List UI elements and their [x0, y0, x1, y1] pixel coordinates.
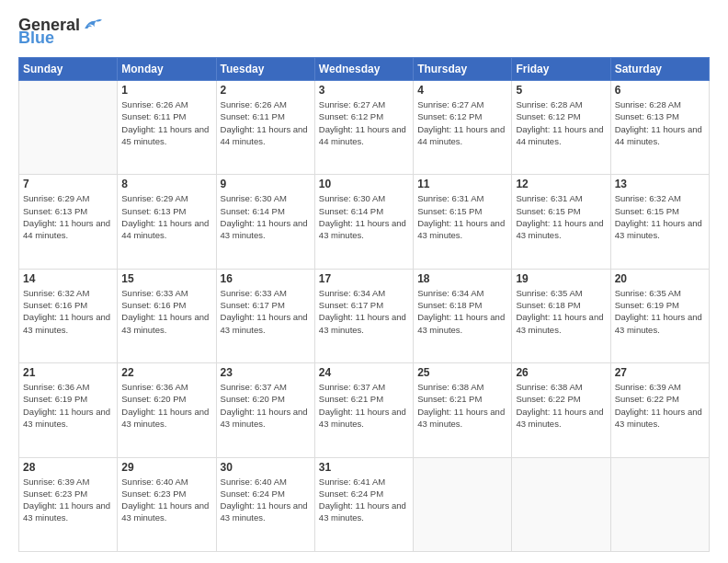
day-info: Sunrise: 6:29 AMSunset: 6:13 PMDaylight:… — [23, 192, 113, 241]
day-number: 19 — [516, 272, 606, 285]
calendar-cell: 25Sunrise: 6:38 AMSunset: 6:21 PMDayligh… — [414, 363, 512, 457]
calendar-cell: 6Sunrise: 6:28 AMSunset: 6:13 PMDaylight… — [610, 81, 709, 175]
day-number: 7 — [23, 178, 113, 190]
day-info: Sunrise: 6:31 AMSunset: 6:15 PMDaylight:… — [417, 192, 507, 241]
day-number: 14 — [23, 272, 113, 285]
calendar-cell: 20Sunrise: 6:35 AMSunset: 6:19 PMDayligh… — [610, 269, 709, 362]
calendar-cell: 26Sunrise: 6:38 AMSunset: 6:22 PMDayligh… — [512, 363, 610, 457]
logo-bird-icon — [82, 17, 102, 33]
day-number: 15 — [121, 272, 211, 285]
calendar-table: SundayMondayTuesdayWednesdayThursdayFrid… — [18, 57, 710, 552]
day-info: Sunrise: 6:34 AMSunset: 6:18 PMDaylight:… — [417, 287, 507, 336]
day-number: 10 — [319, 178, 409, 190]
day-info: Sunrise: 6:35 AMSunset: 6:19 PMDaylight:… — [615, 287, 705, 336]
day-info: Sunrise: 6:26 AMSunset: 6:11 PMDaylight:… — [121, 98, 211, 147]
calendar-cell: 16Sunrise: 6:33 AMSunset: 6:17 PMDayligh… — [216, 269, 314, 362]
calendar-cell: 29Sunrise: 6:40 AMSunset: 6:23 PMDayligh… — [118, 457, 216, 551]
day-number: 25 — [417, 366, 507, 379]
day-number: 27 — [615, 366, 705, 379]
calendar-cell: 31Sunrise: 6:41 AMSunset: 6:24 PMDayligh… — [314, 457, 413, 551]
day-number: 9 — [221, 178, 311, 190]
calendar-header-saturday: Saturday — [610, 58, 709, 81]
day-info: Sunrise: 6:27 AMSunset: 6:12 PMDaylight:… — [319, 98, 409, 147]
calendar-cell: 1Sunrise: 6:26 AMSunset: 6:11 PMDaylight… — [118, 81, 216, 175]
day-info: Sunrise: 6:37 AMSunset: 6:20 PMDaylight:… — [221, 381, 311, 430]
calendar-header-wednesday: Wednesday — [314, 58, 413, 81]
day-number: 4 — [417, 84, 507, 97]
day-number: 13 — [615, 178, 705, 190]
day-number: 6 — [615, 84, 705, 97]
day-info: Sunrise: 6:27 AMSunset: 6:12 PMDaylight:… — [417, 98, 507, 147]
calendar-cell: 10Sunrise: 6:30 AMSunset: 6:14 PMDayligh… — [314, 175, 413, 269]
calendar-cell: 24Sunrise: 6:37 AMSunset: 6:21 PMDayligh… — [314, 363, 413, 457]
calendar-header-thursday: Thursday — [414, 58, 512, 81]
calendar-cell: 22Sunrise: 6:36 AMSunset: 6:20 PMDayligh… — [118, 363, 216, 457]
day-number: 29 — [121, 461, 211, 474]
day-info: Sunrise: 6:28 AMSunset: 6:12 PMDaylight:… — [516, 98, 606, 147]
day-number: 16 — [221, 272, 311, 285]
day-info: Sunrise: 6:40 AMSunset: 6:23 PMDaylight:… — [121, 476, 211, 524]
day-info: Sunrise: 6:36 AMSunset: 6:20 PMDaylight:… — [121, 381, 211, 430]
day-info: Sunrise: 6:36 AMSunset: 6:19 PMDaylight:… — [23, 381, 113, 430]
day-info: Sunrise: 6:33 AMSunset: 6:17 PMDaylight:… — [221, 287, 311, 336]
calendar-cell: 3Sunrise: 6:27 AMSunset: 6:12 PMDaylight… — [314, 81, 413, 175]
calendar-header-friday: Friday — [512, 58, 610, 81]
day-number: 3 — [319, 84, 409, 97]
calendar-week-3: 14Sunrise: 6:32 AMSunset: 6:16 PMDayligh… — [19, 269, 710, 362]
calendar-cell: 7Sunrise: 6:29 AMSunset: 6:13 PMDaylight… — [19, 175, 118, 269]
calendar-week-5: 28Sunrise: 6:39 AMSunset: 6:23 PMDayligh… — [19, 457, 710, 551]
calendar-cell: 30Sunrise: 6:40 AMSunset: 6:24 PMDayligh… — [216, 457, 314, 551]
logo: General Blue — [18, 17, 102, 46]
calendar-cell: 27Sunrise: 6:39 AMSunset: 6:22 PMDayligh… — [610, 363, 709, 457]
calendar-cell: 23Sunrise: 6:37 AMSunset: 6:20 PMDayligh… — [216, 363, 314, 457]
calendar-cell — [19, 81, 118, 175]
day-info: Sunrise: 6:28 AMSunset: 6:13 PMDaylight:… — [615, 98, 705, 147]
day-number: 8 — [121, 178, 211, 190]
day-info: Sunrise: 6:35 AMSunset: 6:18 PMDaylight:… — [516, 287, 606, 336]
day-info: Sunrise: 6:30 AMSunset: 6:14 PMDaylight:… — [221, 192, 311, 241]
calendar-cell: 4Sunrise: 6:27 AMSunset: 6:12 PMDaylight… — [414, 81, 512, 175]
day-number: 21 — [23, 366, 113, 379]
day-info: Sunrise: 6:34 AMSunset: 6:17 PMDaylight:… — [319, 287, 409, 336]
day-info: Sunrise: 6:31 AMSunset: 6:15 PMDaylight:… — [516, 192, 606, 241]
day-info: Sunrise: 6:39 AMSunset: 6:22 PMDaylight:… — [615, 381, 705, 430]
calendar-week-1: 1Sunrise: 6:26 AMSunset: 6:11 PMDaylight… — [19, 81, 710, 175]
day-number: 24 — [319, 366, 409, 379]
day-number: 2 — [221, 84, 311, 97]
day-info: Sunrise: 6:38 AMSunset: 6:21 PMDaylight:… — [417, 381, 507, 430]
day-number: 5 — [516, 84, 606, 97]
day-info: Sunrise: 6:33 AMSunset: 6:16 PMDaylight:… — [121, 287, 211, 336]
calendar-cell — [414, 457, 512, 551]
calendar-cell: 8Sunrise: 6:29 AMSunset: 6:13 PMDaylight… — [118, 175, 216, 269]
calendar-cell: 15Sunrise: 6:33 AMSunset: 6:16 PMDayligh… — [118, 269, 216, 362]
day-info: Sunrise: 6:38 AMSunset: 6:22 PMDaylight:… — [516, 381, 606, 430]
day-number: 1 — [121, 84, 211, 97]
calendar-header-tuesday: Tuesday — [216, 58, 314, 81]
calendar-cell — [610, 457, 709, 551]
day-number: 20 — [615, 272, 705, 285]
calendar-cell: 17Sunrise: 6:34 AMSunset: 6:17 PMDayligh… — [314, 269, 413, 362]
day-info: Sunrise: 6:37 AMSunset: 6:21 PMDaylight:… — [319, 381, 409, 430]
day-number: 28 — [23, 461, 113, 474]
day-number: 18 — [417, 272, 507, 285]
day-number: 12 — [516, 178, 606, 190]
day-info: Sunrise: 6:26 AMSunset: 6:11 PMDaylight:… — [221, 98, 311, 147]
calendar-week-2: 7Sunrise: 6:29 AMSunset: 6:13 PMDaylight… — [19, 175, 710, 269]
day-number: 30 — [221, 461, 311, 474]
calendar-week-4: 21Sunrise: 6:36 AMSunset: 6:19 PMDayligh… — [19, 363, 710, 457]
calendar-cell: 9Sunrise: 6:30 AMSunset: 6:14 PMDaylight… — [216, 175, 314, 269]
calendar-cell — [512, 457, 610, 551]
day-info: Sunrise: 6:29 AMSunset: 6:13 PMDaylight:… — [121, 192, 211, 241]
calendar-cell: 12Sunrise: 6:31 AMSunset: 6:15 PMDayligh… — [512, 175, 610, 269]
logo-text-blue: Blue — [18, 29, 54, 46]
header: General Blue — [18, 17, 710, 46]
day-info: Sunrise: 6:39 AMSunset: 6:23 PMDaylight:… — [23, 476, 113, 524]
calendar-cell: 19Sunrise: 6:35 AMSunset: 6:18 PMDayligh… — [512, 269, 610, 362]
calendar-cell: 21Sunrise: 6:36 AMSunset: 6:19 PMDayligh… — [19, 363, 118, 457]
page: General Blue SundayMondayTuesdayWednesda… — [0, 0, 728, 563]
day-number: 26 — [516, 366, 606, 379]
calendar-cell: 13Sunrise: 6:32 AMSunset: 6:15 PMDayligh… — [610, 175, 709, 269]
calendar-cell: 11Sunrise: 6:31 AMSunset: 6:15 PMDayligh… — [414, 175, 512, 269]
day-number: 22 — [121, 366, 211, 379]
day-number: 17 — [319, 272, 409, 285]
